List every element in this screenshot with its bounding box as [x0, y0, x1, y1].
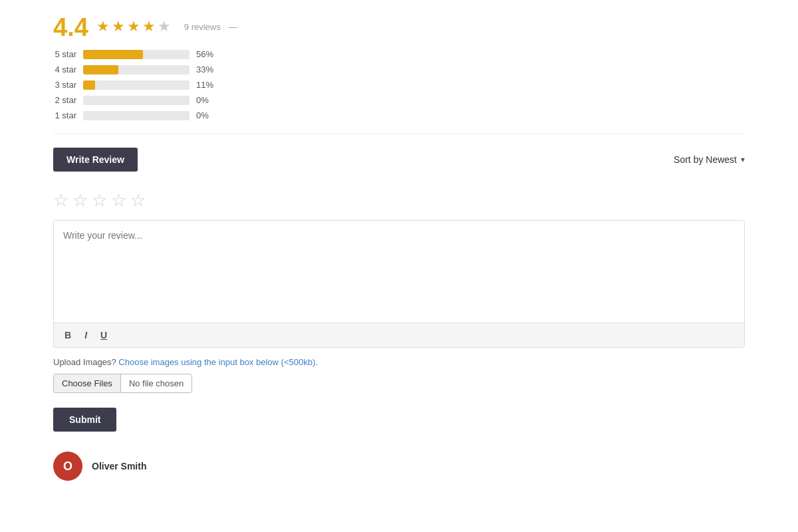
review-count: 9 reviews [184, 22, 221, 32]
star-5-label: 5 star [53, 49, 76, 59]
upload-label: Upload Images? Choose images using the i… [53, 357, 745, 367]
write-review-button[interactable]: Write Review [53, 148, 138, 172]
star-bars-section: 5 star 56% 4 star 33% 3 star 11% 2 star [53, 49, 745, 120]
review-star-rating[interactable]: ☆ ☆ ☆ ☆ ☆ [53, 190, 745, 211]
star-bar-row-5: 5 star 56% [53, 49, 745, 59]
sort-label: Sort by Newest [674, 154, 737, 165]
review-star-2[interactable]: ☆ [72, 190, 88, 211]
editor-toolbar: B I U [54, 323, 744, 347]
sort-dropdown[interactable]: Sort by Newest ▾ [674, 154, 745, 165]
bar-track-5 [83, 50, 190, 59]
reviewer-avatar: O [53, 452, 82, 481]
star-3-label: 3 star [53, 80, 76, 90]
bar-fill-3 [83, 80, 95, 90]
file-input-wrapper[interactable]: Choose Files No file chosen [53, 374, 192, 393]
submit-button[interactable]: Submit [53, 408, 116, 432]
bar-fill-5 [83, 50, 143, 59]
choose-files-button[interactable]: Choose Files [54, 374, 121, 392]
bar-track-4 [83, 65, 190, 74]
review-star-1[interactable]: ☆ [53, 190, 68, 211]
rating-summary-row: 4.4 ★ ★ ★ ★ ★ 9 reviews — [53, 13, 745, 40]
star-1-icon: ★ [96, 18, 110, 35]
chevron-down-icon: ▾ [741, 155, 745, 164]
rating-stars-display: ★ ★ ★ ★ ★ [96, 18, 171, 35]
star-2-label: 2 star [53, 95, 76, 105]
section-divider [53, 134, 745, 134]
upload-section: Upload Images? Choose images using the i… [53, 357, 745, 393]
star-bar-row-1: 1 star 0% [53, 110, 745, 120]
page-container: 4.4 ★ ★ ★ ★ ★ 9 reviews — 5 star 56% 4 s… [0, 0, 798, 494]
star-bar-row-4: 4 star 33% [53, 65, 745, 74]
star-1-label: 1 star [53, 110, 76, 120]
reviewer-name: Oliver Smith [92, 461, 146, 471]
underline-button[interactable]: U [98, 329, 110, 342]
bar-track-2 [83, 96, 190, 105]
reviewer-row: O Oliver Smith [53, 452, 745, 481]
review-star-3[interactable]: ☆ [92, 190, 107, 211]
reviewer-avatar-initial: O [63, 460, 72, 473]
review-form: ☆ ☆ ☆ ☆ ☆ B I U Upload Images? Choose im… [53, 190, 745, 432]
review-textarea-wrapper: B I U [53, 220, 745, 348]
star-bar-row-3: 3 star 11% [53, 80, 745, 90]
rating-dash: — [229, 22, 237, 32]
review-star-4[interactable]: ☆ [111, 190, 126, 211]
star-4-icon: ★ [142, 18, 156, 35]
bold-button[interactable]: B [62, 329, 74, 342]
star-4-label: 4 star [53, 65, 76, 74]
bar-track-1 [83, 111, 190, 120]
upload-label-link: Choose images using the input box below … [118, 357, 318, 367]
bar-track-3 [83, 80, 190, 90]
bar-pct-1: 0% [196, 110, 216, 120]
review-star-5[interactable]: ☆ [130, 190, 146, 211]
action-row: Write Review Sort by Newest ▾ [53, 148, 745, 172]
bar-fill-4 [83, 65, 118, 74]
upload-label-static: Upload Images? [53, 357, 116, 367]
bar-pct-5: 56% [196, 49, 216, 59]
star-bar-row-2: 2 star 0% [53, 95, 745, 105]
no-file-text: No file chosen [121, 374, 192, 392]
bar-pct-2: 0% [196, 95, 216, 105]
star-2-icon: ★ [112, 18, 125, 35]
star-5-icon: ★ [158, 18, 171, 35]
bar-pct-4: 33% [196, 65, 216, 74]
italic-button[interactable]: I [82, 329, 90, 342]
star-3-icon: ★ [127, 18, 140, 35]
review-textarea[interactable] [54, 221, 744, 321]
bar-pct-3: 11% [196, 80, 216, 90]
rating-score: 4.4 [53, 15, 88, 40]
